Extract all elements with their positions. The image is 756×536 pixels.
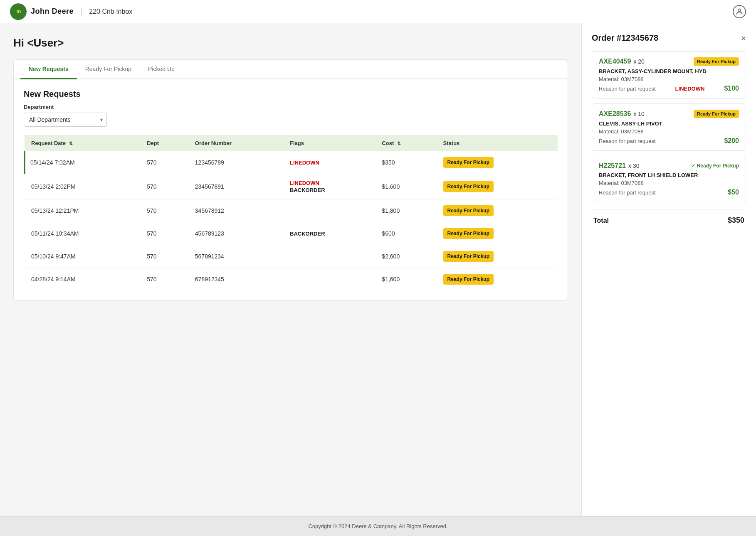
cell-request-date: 04/28/24 9:14AM bbox=[25, 268, 140, 291]
cell-request-date: 05/13/24 2:02PM bbox=[25, 174, 140, 199]
card-content: New Requests Department All Departments … bbox=[14, 79, 568, 300]
backorder-flag: BACKORDER bbox=[290, 231, 368, 237]
backorder-flag: BACKORDER bbox=[290, 187, 368, 193]
item-qty: x 30 bbox=[628, 162, 639, 169]
table-row[interactable]: 05/11/24 10:34AM570456789123BACKORDER$60… bbox=[25, 222, 558, 245]
item-material: Material: 03M7088 bbox=[599, 76, 739, 82]
order-header: Order #12345678 × bbox=[592, 33, 746, 43]
col-flags: Flags bbox=[283, 135, 375, 151]
svg-point-2 bbox=[738, 9, 741, 12]
tab-picked-up[interactable]: Picked Up bbox=[140, 60, 183, 79]
cell-order-number: 678912345 bbox=[188, 268, 283, 291]
table-header-row: Request Date ⇅ Dept Order Number Flags C… bbox=[25, 135, 558, 151]
filter-label: Department bbox=[24, 104, 558, 110]
close-button[interactable]: × bbox=[741, 34, 746, 42]
cell-order-number: 123456789 bbox=[188, 151, 283, 174]
cell-dept: 570 bbox=[140, 222, 188, 245]
main-layout: Hi <User> New Requests Ready For Pickup … bbox=[0, 23, 756, 516]
item-material: Material: 03M7088 bbox=[599, 180, 739, 186]
item-part-number: AXE40459 bbox=[599, 58, 631, 65]
item-name: BRACKET, ASSY-CYLINDER MOUNT, HYD bbox=[599, 68, 739, 74]
linedown-flag: LINEDOWN bbox=[290, 180, 368, 186]
item-name: CLEVIS, ASSY-LH PIVOT bbox=[599, 120, 739, 127]
item-qty: x 20 bbox=[633, 58, 644, 65]
department-select[interactable]: All Departments 570 580 590 bbox=[24, 113, 107, 127]
item-reason: Reason for part request bbox=[599, 86, 656, 92]
cell-order-number: 567891234 bbox=[188, 245, 283, 268]
cell-status: Ready For Pickup bbox=[437, 151, 558, 174]
item-part-number: AXE28536 bbox=[599, 110, 631, 118]
col-cost[interactable]: Cost ⇅ bbox=[375, 135, 436, 151]
cell-order-number: 345678912 bbox=[188, 199, 283, 222]
crib-title: 220 Crib Inbox bbox=[89, 8, 132, 15]
left-panel: Hi <User> New Requests Ready For Pickup … bbox=[0, 23, 581, 516]
col-request-date[interactable]: Request Date ⇅ bbox=[25, 135, 140, 151]
department-filter[interactable]: All Departments 570 580 590 ▾ bbox=[24, 113, 107, 127]
app-footer: Copyright © 2024 Deere & Company. All Ri… bbox=[0, 516, 756, 536]
cell-flags bbox=[283, 268, 375, 291]
table-row[interactable]: 05/14/24 7:02AM570123456789LINEDOWN$350R… bbox=[25, 151, 558, 174]
tab-ready-for-pickup[interactable]: Ready For Pickup bbox=[77, 60, 140, 79]
cell-status: Ready For Pickup bbox=[437, 268, 558, 291]
cell-dept: 570 bbox=[140, 174, 188, 199]
item-status-badge: Ready For Pickup bbox=[694, 57, 739, 66]
svg-text:JD: JD bbox=[16, 10, 21, 14]
tab-bar: New Requests Ready For Pickup Picked Up bbox=[14, 60, 568, 79]
item-cost: $100 bbox=[724, 85, 739, 92]
cell-cost: $2,600 bbox=[375, 245, 436, 268]
status-badge: Ready For Pickup bbox=[443, 205, 494, 216]
cell-status: Ready For Pickup bbox=[437, 199, 558, 222]
table-row[interactable]: 05/13/24 12:21PM570345678912$1,800Ready … bbox=[25, 199, 558, 222]
cell-request-date: 05/11/24 10:34AM bbox=[25, 222, 140, 245]
jd-logo-icon: JD bbox=[10, 3, 27, 20]
status-badge: Ready For Pickup bbox=[443, 181, 494, 192]
cell-flags: LINEDOWN bbox=[283, 151, 375, 174]
cell-cost: $1,600 bbox=[375, 174, 436, 199]
cell-status: Ready For Pickup bbox=[437, 174, 558, 199]
item-qty: x 10 bbox=[633, 111, 644, 117]
table-row[interactable]: 05/13/24 2:02PM570234567891LINEDOWNBACKO… bbox=[25, 174, 558, 199]
sort-icon: ⇅ bbox=[69, 141, 73, 146]
col-dept: Dept bbox=[140, 135, 188, 151]
cell-dept: 570 bbox=[140, 245, 188, 268]
cell-flags bbox=[283, 245, 375, 268]
cell-order-number: 234567891 bbox=[188, 174, 283, 199]
table-row[interactable]: 04/28/24 9:14AM570678912345$1,600Ready F… bbox=[25, 268, 558, 291]
main-card: New Requests Ready For Pickup Picked Up … bbox=[13, 59, 568, 301]
tab-new-requests[interactable]: New Requests bbox=[20, 60, 77, 79]
order-total: Total $350 bbox=[592, 209, 746, 225]
total-label: Total bbox=[593, 217, 609, 224]
cell-dept: 570 bbox=[140, 199, 188, 222]
user-avatar-icon[interactable] bbox=[733, 5, 746, 18]
cell-flags: BACKORDER bbox=[283, 222, 375, 245]
col-order-number: Order Number bbox=[188, 135, 283, 151]
section-title: New Requests bbox=[24, 89, 558, 99]
logo-area: JD John Deere bbox=[10, 3, 74, 20]
item-part-number: H225721 bbox=[599, 162, 626, 170]
total-amount: $350 bbox=[728, 216, 744, 225]
cell-flags: LINEDOWNBACKORDER bbox=[283, 174, 375, 199]
table-row[interactable]: 05/10/24 9:47AM570567891234$2,600Ready F… bbox=[25, 245, 558, 268]
copyright-text: Copyright © 2024 Deere & Company. All Ri… bbox=[308, 523, 447, 529]
order-items-list: AXE40459x 20Ready For PickupBRACKET, ASS… bbox=[592, 51, 746, 207]
status-badge: Ready For Pickup bbox=[443, 157, 494, 168]
item-reason: Reason for part request bbox=[599, 189, 656, 196]
cell-dept: 570 bbox=[140, 268, 188, 291]
order-item: H225721x 30✓ Ready For PickupBRACKET, FR… bbox=[592, 156, 746, 202]
cell-status: Ready For Pickup bbox=[437, 222, 558, 245]
cell-cost: $1,800 bbox=[375, 199, 436, 222]
item-name: BRACKET, FRONT LH SHIELD LOWER bbox=[599, 172, 739, 178]
cell-dept: 570 bbox=[140, 151, 188, 174]
app-header: JD John Deere | 220 Crib Inbox bbox=[0, 0, 756, 23]
order-item: AXE28536x 10Ready For PickupCLEVIS, ASSY… bbox=[592, 103, 746, 151]
brand-name: John Deere bbox=[31, 7, 74, 16]
requests-table: Request Date ⇅ Dept Order Number Flags C… bbox=[24, 135, 558, 290]
cell-request-date: 05/13/24 12:21PM bbox=[25, 199, 140, 222]
status-badge: Ready For Pickup bbox=[443, 251, 494, 262]
order-title: Order #12345678 bbox=[592, 33, 658, 43]
item-linedown-flag: LINEDOWN bbox=[675, 86, 705, 92]
cell-cost: $350 bbox=[375, 151, 436, 174]
cell-request-date: 05/10/24 9:47AM bbox=[25, 245, 140, 268]
cell-request-date: 05/14/24 7:02AM bbox=[25, 151, 140, 174]
col-status: Status bbox=[437, 135, 558, 151]
